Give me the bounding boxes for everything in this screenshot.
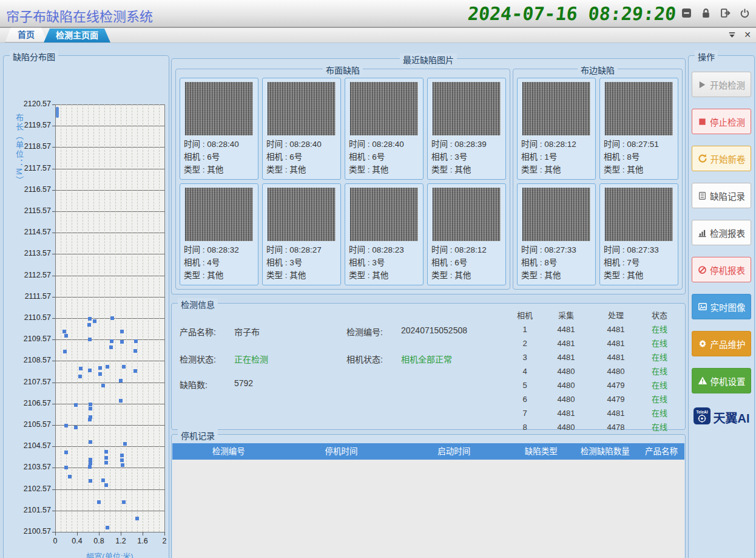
camera-cell: 在线 [638,322,681,336]
y-axis-tick [52,511,55,511]
scatter-point [120,458,124,462]
defect-type: 类型 : 其他 [431,269,502,282]
camera-table-row: 544804479在线 [511,378,685,392]
logout-icon[interactable] [720,8,731,18]
panel-title: 检测信息 [178,298,218,310]
scatter-point [121,463,124,467]
scatter-point [89,479,92,483]
camera-table-row: 844804478在线 [511,420,685,434]
tab-home[interactable]: 首页 [5,27,47,43]
product-maintenance-button[interactable]: 产品维护 [692,331,751,356]
minimize-icon[interactable] [681,8,692,18]
defect-image [350,188,418,241]
gear-icon [698,339,707,349]
tab-detection-main[interactable]: 检测主页面 [44,29,110,43]
grid-line-vertical [99,104,100,532]
camera-col-header: 状态 [638,308,681,322]
defect-image [185,82,253,135]
shutdown-col-header: 产品名称 [638,443,684,460]
defect-type: 类型 : 其他 [184,269,254,282]
scatter-point [93,319,96,323]
defect-image [268,188,336,241]
y-axis-tick [52,468,55,468]
scatter-point [104,450,108,454]
defect-type: 类型 : 其他 [266,269,337,282]
y-axis-tick [52,297,55,298]
y-axis-tick [52,276,55,276]
defect-distribution-plot [55,104,164,532]
scatter-point [98,372,102,376]
camera-cell: 在线 [638,378,681,392]
camera-cell: 在线 [638,350,681,364]
lock-icon[interactable] [701,8,711,18]
plot-scroll-thumb[interactable] [56,107,59,118]
scatter-point [119,379,123,383]
start-new-roll-button[interactable]: 开始新卷 [692,146,751,171]
defect-card[interactable]: 时间 : 08:28:12相机 : 6号类型 : 其他 [427,183,506,285]
camera-table-row: 644804479在线 [511,392,685,406]
defect-time: 时间 : 08:28:39 [431,138,502,151]
camera-cell: 在线 [638,420,681,434]
defect-camera: 相机 : 7号 [604,256,674,269]
button-label: 开始检测 [710,78,745,91]
defect-card[interactable]: 时间 : 08:27:51相机 : 8号类型 : 其他 [599,78,678,180]
defect-card[interactable]: 时间 : 08:28:23相机 : 3号类型 : 其他 [345,183,424,285]
defect-card[interactable]: 时间 : 08:28:27相机 : 3号类型 : 其他 [262,183,341,285]
camera-cell: 8 [511,420,538,434]
defect-card[interactable]: 时间 : 08:27:33相机 : 8号类型 : 其他 [517,183,596,285]
camera-cell: 4480 [538,378,594,392]
camera-table-row: 144814481在线 [511,322,685,336]
y-axis-tick [52,361,55,361]
grid-line-vertical [154,104,154,532]
defect-card[interactable]: 时间 : 08:28:12相机 : 1号类型 : 其他 [517,78,596,180]
camera-col-header: 采集 [538,308,594,322]
close-icon[interactable]: ✕ [744,30,751,39]
main-area: 缺陷分布图 布长（单位：M） 幅宽(单位:米) 2120.572119.5721… [0,43,756,558]
defect-camera: 相机 : 6号 [349,151,419,163]
camera-table-row: 244814481在线 [511,336,685,350]
x-axis-tick-label: 1.2 [109,537,133,545]
y-axis-tick [52,383,55,383]
detection-report-button[interactable]: 检测报表 [692,220,751,245]
info-value: 5792 [234,378,253,388]
defect-type: 类型 : 其他 [604,269,674,282]
defect-time: 时间 : 08:27:51 [604,138,674,151]
y-axis-tick-label: 2108.57 [6,356,51,364]
defect-card[interactable]: 时间 : 08:27:33相机 : 7号类型 : 其他 [599,183,678,285]
start-detection-button[interactable]: 开始检测 [692,72,751,97]
tab-list-icon[interactable] [727,30,737,39]
stop-detection-button[interactable]: 停止检测 [692,109,751,134]
defect-card[interactable]: 时间 : 08:28:39相机 : 3号类型 : 其他 [427,78,506,180]
live-image-button[interactable]: 实时图像 [692,294,751,319]
defect-camera: 相机 : 6号 [431,256,502,269]
camera-status-table: 相机采集处理状态144814481在线244814481在线344814481在… [511,308,685,434]
defect-card[interactable]: 时间 : 08:28:40相机 : 6号类型 : 其他 [345,78,424,180]
defect-card[interactable]: 时间 : 08:28:40相机 : 6号类型 : 其他 [262,78,341,180]
defect-records-button[interactable]: 缺陷记录 [692,183,751,208]
teleai-badge-icon: TeleAI [694,407,710,427]
scatter-point [64,334,68,338]
scatter-point [88,317,92,321]
scatter-point [123,442,127,446]
camera-cell: 4480 [538,392,594,406]
scatter-point [133,369,137,373]
defect-camera: 相机 : 6号 [184,151,254,163]
stop-icon [698,117,707,126]
defect-time: 时间 : 08:28:32 [184,243,254,256]
shutdown-table-body [172,460,684,558]
y-axis-tick-label: 2103.57 [6,463,51,471]
scatter-point [119,399,123,403]
scatter-point [88,465,92,469]
power-icon[interactable] [740,8,750,18]
camera-cell: 2 [511,336,538,350]
defect-image [268,82,336,135]
defect-card[interactable]: 时间 : 08:28:40相机 : 6号类型 : 其他 [180,78,258,180]
defect-type: 类型 : 其他 [521,163,592,176]
y-axis-tick [52,126,55,126]
shutdown-report-button[interactable]: 停机报表 [692,257,751,282]
y-axis-tick-label: 2111.57 [6,292,51,301]
surface-defect-cards: 时间 : 08:28:40相机 : 6号类型 : 其他时间 : 08:28:40… [180,78,506,285]
defect-card[interactable]: 时间 : 08:28:32相机 : 4号类型 : 其他 [180,183,258,285]
shutdown-settings-button[interactable]: 停机设置 [692,368,751,393]
y-axis-tick [52,318,55,319]
